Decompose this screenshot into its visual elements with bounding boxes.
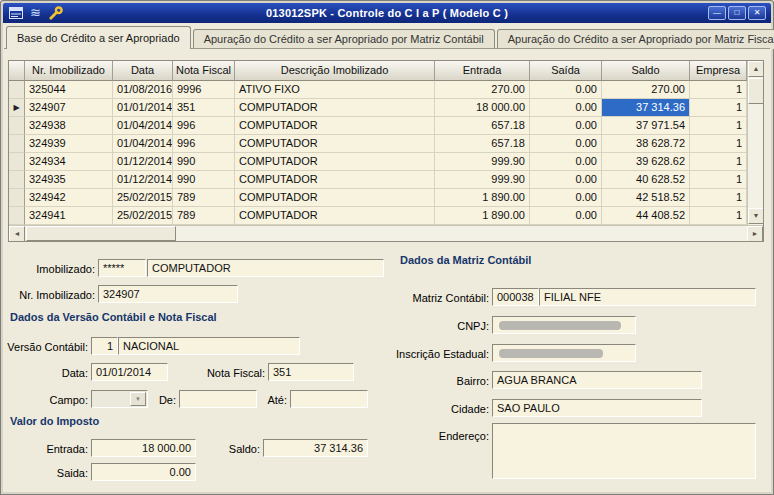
grid-cell[interactable]: 18 000.00: [435, 99, 530, 117]
grid-cell[interactable]: 40 628.52: [602, 171, 690, 189]
grid-cell[interactable]: 0.00: [530, 171, 602, 189]
grid-cell[interactable]: 789: [173, 189, 235, 207]
grid-cell[interactable]: 270.00: [602, 81, 690, 99]
grid-cell[interactable]: 01/04/2014: [113, 117, 173, 135]
row-indicator[interactable]: [9, 81, 25, 99]
grid-cell[interactable]: COMPUTADOR: [235, 171, 435, 189]
de-field[interactable]: [179, 390, 257, 408]
grid-cell[interactable]: 324939: [25, 135, 113, 153]
grid-cell[interactable]: 37 971.54: [602, 117, 690, 135]
vertical-scroll-thumb[interactable]: [748, 78, 764, 104]
grid-cell[interactable]: 657.18: [435, 135, 530, 153]
grid-cell[interactable]: 1: [690, 171, 747, 189]
row-indicator[interactable]: [9, 153, 25, 171]
cnpj-field[interactable]: [492, 316, 636, 334]
grid-cell[interactable]: 25/02/2015: [113, 189, 173, 207]
grid-cell[interactable]: 25/02/2015: [113, 207, 173, 225]
minimize-button[interactable]: —: [708, 6, 726, 20]
grid-cell[interactable]: 999.90: [435, 171, 530, 189]
grid-cell[interactable]: 996: [173, 117, 235, 135]
campo-combobox[interactable]: ▼: [91, 390, 148, 408]
grid-cell[interactable]: 990: [173, 171, 235, 189]
versao-contabil-code-field[interactable]: 1: [91, 337, 118, 355]
scroll-right-button[interactable]: ►: [747, 226, 763, 242]
entrada-field[interactable]: 18 000.00: [91, 439, 196, 457]
grid-cell[interactable]: 996: [173, 135, 235, 153]
row-indicator[interactable]: [9, 189, 25, 207]
grid-cell[interactable]: 38 628.72: [602, 135, 690, 153]
grid-cell[interactable]: 0.00: [530, 189, 602, 207]
grid-cell[interactable]: 324941: [25, 207, 113, 225]
grid-cell[interactable]: 0.00: [530, 153, 602, 171]
tab-apuracao-matriz-fiscal[interactable]: Apuração do Crédito a ser Apropriado por…: [497, 29, 774, 49]
grid-cell[interactable]: 325044: [25, 81, 113, 99]
grid-cell[interactable]: 270.00: [435, 81, 530, 99]
row-indicator[interactable]: [9, 117, 25, 135]
grid-cell[interactable]: 1: [690, 81, 747, 99]
grid-cell[interactable]: 01/01/2014: [113, 99, 173, 117]
grid-cell[interactable]: 0.00: [530, 135, 602, 153]
column-header[interactable]: Nota Fiscal: [173, 61, 235, 81]
bairro-field[interactable]: AGUA BRANCA: [492, 371, 702, 389]
grid-cell[interactable]: 1 890.00: [435, 207, 530, 225]
grid-cell[interactable]: 1: [690, 99, 747, 117]
grid-cell[interactable]: 01/12/2014: [113, 171, 173, 189]
column-header[interactable]: Saldo: [602, 61, 690, 81]
grid-cell[interactable]: 0.00: [530, 99, 602, 117]
endereco-field[interactable]: [492, 423, 756, 479]
grid-cell[interactable]: 1: [690, 207, 747, 225]
grid-cell[interactable]: 324942: [25, 189, 113, 207]
horizontal-scrollbar[interactable]: ◄ ►: [9, 225, 763, 241]
row-indicator[interactable]: ▶: [9, 99, 25, 117]
tab-base-credito[interactable]: Base do Crédito a ser Apropriado: [6, 26, 191, 49]
grid-cell[interactable]: 657.18: [435, 117, 530, 135]
grid-cell[interactable]: 1: [690, 135, 747, 153]
column-header[interactable]: Descrição Imobilizado: [235, 61, 435, 81]
scroll-up-button[interactable]: ▲: [748, 61, 764, 77]
grid-cell[interactable]: 324907: [25, 99, 113, 117]
saldo-field[interactable]: 37 314.36: [263, 439, 368, 457]
grid-cell[interactable]: 324938: [25, 117, 113, 135]
saida-field[interactable]: 0.00: [91, 463, 196, 481]
grid-cell[interactable]: 39 628.62: [602, 153, 690, 171]
grid-cell[interactable]: 42 518.52: [602, 189, 690, 207]
grid-cell[interactable]: 01/04/2014: [113, 135, 173, 153]
grid-cell[interactable]: 1 890.00: [435, 189, 530, 207]
vertical-scrollbar[interactable]: ▲ ▼: [747, 61, 763, 225]
column-header[interactable]: Data: [113, 61, 173, 81]
column-header[interactable]: Saída: [530, 61, 602, 81]
cidade-field[interactable]: SAO PAULO: [492, 399, 702, 417]
imobilizado-desc-field[interactable]: COMPUTADOR: [147, 259, 384, 277]
grid-cell[interactable]: COMPUTADOR: [235, 153, 435, 171]
scroll-down-button[interactable]: ▼: [748, 208, 764, 224]
grid-cell[interactable]: 990: [173, 153, 235, 171]
column-header[interactable]: Nr. Imobilizado: [25, 61, 113, 81]
title-bar[interactable]: ≋ 013012SPK - Controle do C I a P ( Mode…: [3, 3, 771, 23]
close-button[interactable]: ✕: [748, 6, 766, 20]
grid-cell[interactable]: 01/08/2016: [113, 81, 173, 99]
ate-field[interactable]: [290, 390, 368, 408]
horizontal-scroll-thumb[interactable]: [26, 226, 176, 241]
grid-cell[interactable]: 324935: [25, 171, 113, 189]
grid-cell[interactable]: 44 408.52: [602, 207, 690, 225]
grid-cell[interactable]: 1: [690, 153, 747, 171]
matriz-contabil-code-field[interactable]: 000038: [492, 288, 539, 306]
grid-cell[interactable]: 0.00: [530, 117, 602, 135]
data-field[interactable]: 01/01/2014: [91, 363, 168, 381]
maximize-button[interactable]: □: [728, 6, 746, 20]
grid-cell[interactable]: ATIVO FIXO: [235, 81, 435, 99]
versao-contabil-desc-field[interactable]: NACIONAL: [118, 337, 300, 355]
grid-cell[interactable]: 351: [173, 99, 235, 117]
grid-cell[interactable]: 999.90: [435, 153, 530, 171]
grid-cell[interactable]: COMPUTADOR: [235, 189, 435, 207]
column-header[interactable]: Entrada: [435, 61, 530, 81]
grid-cell[interactable]: COMPUTADOR: [235, 207, 435, 225]
grid-cell[interactable]: 789: [173, 207, 235, 225]
dropdown-arrow-icon[interactable]: ▼: [130, 392, 146, 406]
grid-cell[interactable]: COMPUTADOR: [235, 135, 435, 153]
grid-cell[interactable]: 37 314.36: [602, 99, 690, 117]
grid-cell[interactable]: 1: [690, 189, 747, 207]
grid-cell[interactable]: 0.00: [530, 207, 602, 225]
column-header[interactable]: Empresa: [690, 61, 747, 81]
matriz-contabil-desc-field[interactable]: FILIAL NFE: [539, 288, 756, 306]
